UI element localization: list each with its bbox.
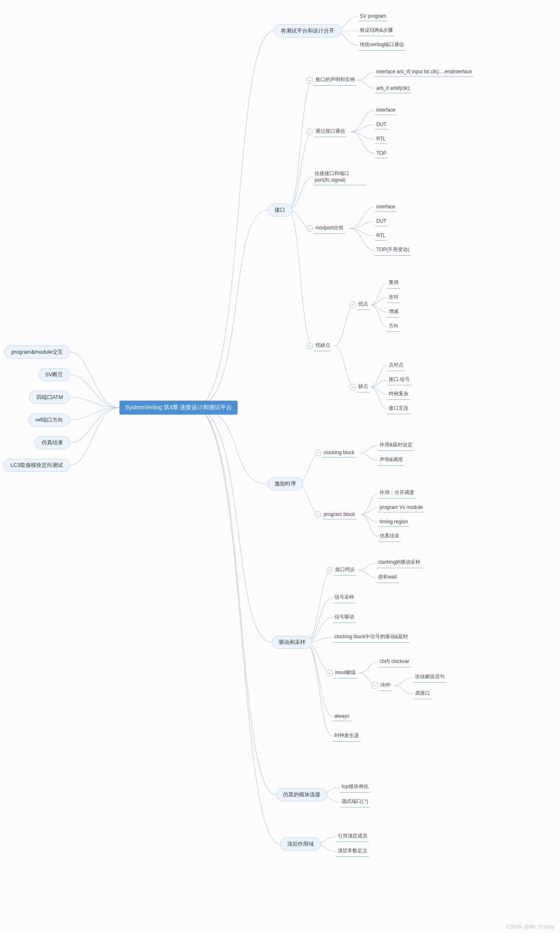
leaf-always[interactable]: always: [333, 712, 351, 721]
leaf-sv-program[interactable]: SV program: [358, 12, 388, 21]
node-modport[interactable]: modport分组: [314, 223, 345, 234]
node-ifc-comm[interactable]: 通过接口通信: [314, 126, 347, 137]
collapse-icon[interactable]: −: [306, 343, 313, 349]
left-ref-port[interactable]: ref端口方向: [28, 413, 70, 427]
leaf-cb-2[interactable]: 声明&调用: [378, 455, 404, 466]
collapse-icon[interactable]: −: [315, 450, 321, 456]
leaf-sync-2[interactable]: @和wait: [376, 572, 399, 583]
leaf-modport-1[interactable]: interface: [375, 203, 397, 212]
leaf-pb-1[interactable]: 作用：分开调度: [378, 488, 416, 499]
collapse-icon[interactable]: −: [326, 670, 333, 676]
leaf-sample[interactable]: 信号采样: [333, 592, 356, 603]
leaf-modport-4[interactable]: TOP(不用变动): [375, 245, 411, 256]
leaf-top-const[interactable]: 顶层常数定义: [336, 846, 369, 857]
leaf-pro-4[interactable]: 方向: [387, 321, 400, 332]
branch-separate-tb-design[interactable]: 将测试平台和设计分开: [274, 24, 341, 37]
leaf-ifc-comm-1[interactable]: interface: [375, 106, 397, 115]
leaf-cbout-2[interactable]: 虚接口: [413, 688, 432, 699]
leaf-ifc-comm-3[interactable]: RTL: [375, 135, 387, 144]
leaf-top-inst[interactable]: top模块例化: [340, 782, 370, 793]
leaf-clockgen[interactable]: 时钟发生器: [333, 731, 361, 742]
collapse-icon[interactable]: −: [306, 77, 313, 84]
collapse-icon[interactable]: −: [306, 128, 313, 135]
leaf-ifc-code1[interactable]: interface arb_if( input bit clk);…endint…: [375, 68, 474, 77]
leaf-ifc-comm-2[interactable]: DUT: [375, 120, 388, 130]
leaf-ifc-comm-4[interactable]: TOP: [375, 149, 388, 159]
leaf-connect-port[interactable]: 连接接口和端口port(ifc.signal): [313, 169, 366, 185]
leaf-implicit-port[interactable]: 隐式端口(.*): [340, 797, 370, 807]
node-ifc-sync[interactable]: 接口同步: [334, 565, 357, 576]
collapse-icon[interactable]: −: [371, 682, 378, 689]
leaf-con-3[interactable]: 特例复杂: [387, 389, 410, 400]
leaf-sync-1[interactable]: clocking的驱动采样: [376, 557, 422, 568]
node-ifc-decl[interactable]: 接口的声明和实例: [314, 75, 357, 86]
node-inout[interactable]: inout赋值: [334, 668, 357, 679]
leaf-modport-2[interactable]: DUT: [375, 217, 388, 226]
leaf-pb-4[interactable]: 仿真结束: [378, 531, 401, 542]
collapse-icon[interactable]: −: [349, 301, 356, 308]
branch-top-scope[interactable]: 顶层作用域: [280, 837, 321, 851]
branch-drive-sample[interactable]: 驱动和采样: [272, 636, 313, 649]
collapse-icon[interactable]: −: [306, 225, 313, 232]
node-program-block[interactable]: program block: [322, 510, 357, 520]
leaf-pro-2[interactable]: 连对: [387, 292, 400, 303]
node-cons[interactable]: 缺点: [357, 382, 370, 392]
leaf-cb-1[interactable]: 作用&延时设定: [378, 440, 414, 451]
leaf-ifc-code2[interactable]: arb_if arbif(clk);: [375, 84, 412, 93]
leaf-traditional-port[interactable]: 传统verilog端口通信: [358, 40, 406, 51]
leaf-verify-struct[interactable]: 验证结构&步骤: [358, 26, 394, 36]
leaf-pro-3[interactable]: 增减: [387, 307, 400, 317]
leaf-modport-3[interactable]: RTL: [375, 231, 387, 241]
collapse-icon[interactable]: −: [326, 567, 333, 574]
left-sv-assert[interactable]: SV断言: [38, 368, 70, 381]
collapse-icon[interactable]: −: [315, 511, 321, 518]
leaf-con-1[interactable]: 点对点: [387, 360, 405, 371]
left-sim-end[interactable]: 仿真结束: [35, 436, 70, 449]
leaf-con-4[interactable]: 接口互连: [387, 404, 410, 414]
watermark: CSDN @Mr. Friday: [506, 924, 554, 930]
node-pros-cons[interactable]: 优缺点: [314, 341, 332, 351]
branch-interface[interactable]: 接口: [268, 203, 292, 217]
collapse-icon[interactable]: −: [349, 384, 356, 390]
leaf-cbout-1[interactable]: 连续赋值语句: [413, 672, 446, 683]
branch-sim-module-connect[interactable]: 仿真的模块连接: [276, 788, 327, 801]
leaf-drive[interactable]: 信号驱动: [333, 612, 356, 623]
node-pros[interactable]: 优点: [357, 299, 370, 310]
left-lc3[interactable]: LC3取值模块定向测试: [3, 459, 70, 472]
node-inout-cbout[interactable]: cb外: [379, 680, 392, 691]
leaf-ref-top[interactable]: 引用顶层成员: [336, 831, 369, 842]
left-program-module[interactable]: program&module交互: [4, 345, 70, 359]
branch-stimulus-timing[interactable]: 激励时序: [268, 477, 303, 490]
leaf-con-2[interactable]: 接口.信号: [387, 375, 411, 385]
leaf-cb-signal-drive[interactable]: clocking block中信号的驱动&延时: [333, 632, 410, 643]
root-node[interactable]: SystemVerilog 第4章 连接设计和测试平台: [119, 401, 238, 415]
left-atm[interactable]: 四端口ATM: [29, 391, 70, 404]
node-clocking-block[interactable]: clocking block: [322, 448, 356, 458]
leaf-pb-3[interactable]: timing region: [378, 518, 410, 527]
leaf-inout-cbin[interactable]: cb内 clockvar: [378, 657, 411, 667]
leaf-pb-2[interactable]: program Vs module: [378, 503, 425, 513]
leaf-pro-1[interactable]: 重用: [387, 278, 400, 289]
